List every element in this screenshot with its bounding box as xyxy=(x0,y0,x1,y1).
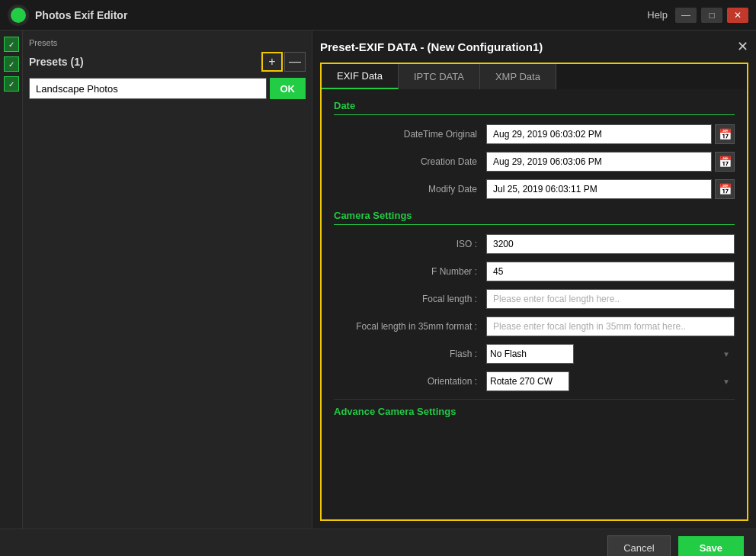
help-button[interactable]: Help xyxy=(647,9,668,21)
exif-tabs: EXIF Data IPTC DATA XMP Data xyxy=(322,64,747,89)
window-close-button[interactable]: ✕ xyxy=(727,8,748,23)
flash-row: Flash : No Flash Flash Flash fired Flash… xyxy=(334,344,735,364)
tab-iptc-data[interactable]: IPTC DATA xyxy=(399,64,480,89)
camera-section-header: Camera Settings xyxy=(334,210,735,225)
dialog-header: Preset-EXIF DATA - (New Configuration1) … xyxy=(320,38,748,55)
title-bar: Photos Exif Editor Help — □ ✕ xyxy=(0,0,756,31)
exif-panel: EXIF Data IPTC DATA XMP Data Date DateTi… xyxy=(320,63,748,521)
add-preset-button[interactable]: + xyxy=(261,52,283,72)
presets-buttons: + — xyxy=(261,52,306,72)
app-logo xyxy=(8,5,29,26)
focal-length-field xyxy=(486,289,735,309)
modify-date-calendar[interactable]: 📅 xyxy=(715,179,735,199)
fnumber-row: F Number : xyxy=(334,262,735,281)
side-panel xyxy=(0,31,23,529)
app-logo-inner xyxy=(11,8,26,23)
dialog-close-button[interactable]: ✕ xyxy=(737,38,748,55)
main-layout: Presets Presets (1) + — OK Preset-EXIF D… xyxy=(0,31,756,529)
orientation-row: Orientation : Rotate 270 CW Rotate 90 CW… xyxy=(334,371,735,391)
focal-length-row: Focal length : xyxy=(334,289,735,309)
creation-date-input[interactable] xyxy=(486,152,712,172)
presets-title-row: Presets (1) + — xyxy=(29,52,306,72)
preset-ok-button[interactable]: OK xyxy=(270,78,306,99)
content-area: Preset-EXIF DATA - (New Configuration1) … xyxy=(312,31,756,529)
iso-label: ISO : xyxy=(334,239,486,249)
iso-field xyxy=(486,234,735,254)
focal-length-input[interactable] xyxy=(486,289,735,309)
iso-row: ISO : xyxy=(334,234,735,254)
modify-date-row: Modify Date 📅 xyxy=(334,179,735,199)
modify-date-field: 📅 xyxy=(486,179,735,199)
creation-date-label: Creation Date xyxy=(334,156,486,167)
maximize-button[interactable]: □ xyxy=(701,8,722,23)
minimize-button[interactable]: — xyxy=(675,8,697,23)
app-title: Photos Exif Editor xyxy=(35,9,647,21)
iso-input[interactable] xyxy=(486,234,735,254)
presets-title: Presets (1) xyxy=(29,56,84,68)
focal-length-35mm-input[interactable] xyxy=(486,317,735,336)
creation-date-calendar[interactable]: 📅 xyxy=(715,152,735,172)
fnumber-input[interactable] xyxy=(486,262,735,281)
focal-length-35mm-row: Focal length in 35mm format : xyxy=(334,317,735,336)
window-controls: — □ ✕ xyxy=(675,8,748,23)
modify-date-input[interactable] xyxy=(486,179,712,199)
datetime-original-row: DateTime Original 📅 xyxy=(334,124,735,144)
datetime-original-field: 📅 xyxy=(486,124,735,144)
datetime-original-calendar[interactable]: 📅 xyxy=(715,124,735,144)
preset-name-input[interactable] xyxy=(29,78,267,99)
exif-content: Date DateTime Original 📅 Creation Date 📅 xyxy=(322,89,747,519)
fnumber-field xyxy=(486,262,735,281)
side-panel-item-3[interactable] xyxy=(4,76,19,92)
orientation-label: Orientation : xyxy=(334,376,486,387)
creation-date-row: Creation Date 📅 xyxy=(334,152,735,172)
side-panel-item-1[interactable] xyxy=(4,37,19,52)
dialog-title: Preset-EXIF DATA - (New Configuration1) xyxy=(320,40,543,53)
remove-preset-button[interactable]: — xyxy=(284,52,306,72)
preset-input-row: OK xyxy=(29,78,306,99)
datetime-original-input[interactable] xyxy=(486,124,712,144)
focal-length-35mm-label: Focal length in 35mm format : xyxy=(334,321,486,332)
tab-exif-data[interactable]: EXIF Data xyxy=(322,64,399,89)
presets-panel-label: Presets xyxy=(29,37,306,52)
sidebar: Presets Presets (1) + — OK xyxy=(23,31,312,529)
tab-xmp-data[interactable]: XMP Data xyxy=(480,64,556,89)
flash-label: Flash : xyxy=(334,349,486,359)
cancel-button[interactable]: Cancel xyxy=(607,535,670,556)
orientation-select-wrapper: Rotate 270 CW Rotate 90 CW Rotate 180 No… xyxy=(486,371,735,391)
orientation-select[interactable]: Rotate 270 CW Rotate 90 CW Rotate 180 No… xyxy=(486,371,569,391)
flash-field: No Flash Flash Flash fired Flash did not… xyxy=(486,344,735,364)
creation-date-field: 📅 xyxy=(486,152,735,172)
side-panel-item-2[interactable] xyxy=(4,56,19,72)
fnumber-label: F Number : xyxy=(334,266,486,277)
flash-select-wrapper: No Flash Flash Flash fired Flash did not… xyxy=(486,344,735,364)
focal-length-35mm-field xyxy=(486,317,735,336)
date-section-header: Date xyxy=(334,100,735,115)
datetime-original-label: DateTime Original xyxy=(334,129,486,140)
orientation-field: Rotate 270 CW Rotate 90 CW Rotate 180 No… xyxy=(486,371,735,391)
focal-length-label: Focal length : xyxy=(334,294,486,304)
save-button[interactable]: Save xyxy=(678,536,744,556)
action-bar: Cancel Save xyxy=(0,529,756,556)
modify-date-label: Modify Date xyxy=(334,184,486,194)
advance-section-header: Advance Camera Settings xyxy=(334,399,735,417)
flash-select[interactable]: No Flash Flash Flash fired Flash did not… xyxy=(486,344,574,364)
